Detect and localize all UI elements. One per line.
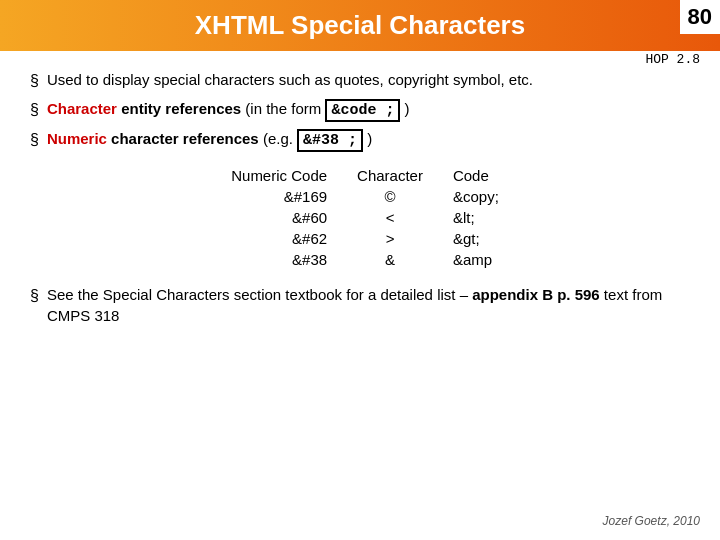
bullet-list: § Used to display special characters suc…	[30, 69, 690, 151]
table-row: &#169 © &copy;	[231, 186, 529, 207]
footer-bullet-text: See the Special Characters section textb…	[47, 284, 690, 326]
footer-bullet-list: § See the Special Characters section tex…	[30, 284, 690, 326]
page-header: XHTML Special Characters	[0, 0, 720, 51]
table-cell-code: &gt;	[453, 228, 529, 249]
bullet-symbol-1: §	[30, 70, 39, 92]
table-cell-char: &	[357, 249, 453, 270]
footer-list-item: § See the Special Characters section tex…	[30, 284, 690, 326]
table-cell-code: &lt;	[453, 207, 529, 228]
page-title: XHTML Special Characters	[20, 10, 700, 41]
hop-label: HOP 2.8	[645, 52, 700, 67]
list-item-2: § Character entity references (in the fo…	[30, 98, 690, 121]
table-cell-numeric: &#62	[231, 228, 357, 249]
code-example-2: &#38 ;	[297, 129, 363, 152]
table-cell-numeric: &#38	[231, 249, 357, 270]
special-chars-table-section: Numeric Code Character Code &#169 © &cop…	[70, 165, 690, 270]
table-cell-char: <	[357, 207, 453, 228]
table-row: &#60 < &lt;	[231, 207, 529, 228]
table-cell-numeric: &#169	[231, 186, 357, 207]
bullet-text-1: Used to display special characters such …	[47, 69, 533, 90]
bullet-text-3: Numeric character references (e.g. &#38 …	[47, 128, 372, 151]
list-item-3: § Numeric character references (e.g. &#3…	[30, 128, 690, 151]
table-cell-char: >	[357, 228, 453, 249]
table-cell-char: ©	[357, 186, 453, 207]
table-row: &#62 > &gt;	[231, 228, 529, 249]
red-numeric-label: Numeric	[47, 130, 107, 147]
page-number: 80	[680, 0, 720, 34]
red-character-label: Character	[47, 100, 117, 117]
col-header-code: Code	[453, 165, 529, 186]
bullet-symbol-2: §	[30, 99, 39, 121]
special-chars-table: Numeric Code Character Code &#169 © &cop…	[231, 165, 529, 270]
bullet-text-2: Character entity references (in the form…	[47, 98, 410, 121]
table-cell-code: &copy;	[453, 186, 529, 207]
footer-bullet-symbol: §	[30, 285, 39, 307]
col-header-numeric: Numeric Code	[231, 165, 357, 186]
main-content: § Used to display special characters suc…	[0, 51, 720, 350]
list-item-1: § Used to display special characters suc…	[30, 69, 690, 92]
bullet-symbol-3: §	[30, 129, 39, 151]
col-header-character: Character	[357, 165, 453, 186]
table-row: &#38 & &amp	[231, 249, 529, 270]
code-example-1: &code ;	[325, 99, 400, 122]
attribution: Jozef Goetz, 2010	[603, 514, 700, 528]
table-cell-numeric: &#60	[231, 207, 357, 228]
table-cell-code: &amp	[453, 249, 529, 270]
